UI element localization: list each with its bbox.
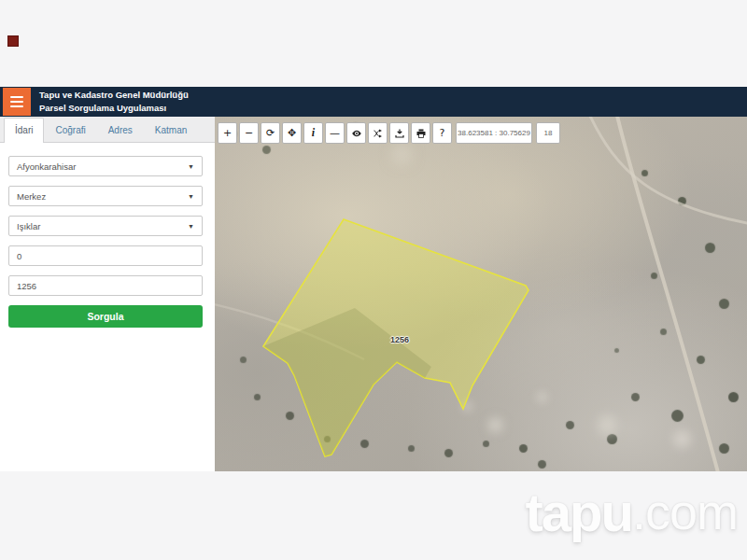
coordinates-display: 38.623581 : 30.75629 — [456, 122, 532, 144]
province-select[interactable]: Afyonkarahisar ▼ — [8, 156, 203, 176]
download-button[interactable] — [389, 122, 409, 144]
chevron-down-icon: ▼ — [188, 193, 194, 200]
province-select-value: Afyonkarahisar — [17, 161, 76, 172]
download-icon — [394, 128, 405, 139]
measure-button[interactable]: — — [325, 122, 345, 144]
sorgula-button[interactable]: Sorgula — [8, 305, 203, 328]
parcel-input[interactable] — [8, 275, 203, 296]
neighborhood-select-value: Işıklar — [17, 221, 40, 231]
map-overlay — [215, 117, 747, 471]
print-button[interactable] — [411, 122, 430, 144]
zoom-in-button[interactable]: + — [218, 122, 237, 144]
hamburger-icon — [10, 96, 23, 98]
tab-katman[interactable]: Katman — [144, 118, 198, 142]
watermark-suffix: .com — [632, 483, 738, 540]
dirt-track — [616, 117, 719, 471]
app-title: Tapu ve Kadastro Genel Müdürlüğü Parsel … — [39, 89, 189, 115]
app-title-line2: Parsel Sorgulama Uygulaması — [39, 102, 189, 115]
refresh-button[interactable]: ⟳ — [261, 122, 280, 144]
info-button[interactable]: i — [303, 122, 323, 144]
zoom-out-button[interactable]: − — [239, 122, 259, 144]
neighborhood-select[interactable]: Işıklar ▼ — [8, 216, 203, 236]
hamburger-menu-button[interactable] — [3, 88, 31, 116]
chevron-down-icon: ▼ — [188, 163, 194, 170]
parcel-query-app: Tapu ve Kadastro Genel Müdürlüğü Parsel … — [0, 87, 747, 471]
sidebar-tabs: İdari Coğrafi Adres Katman — [0, 117, 215, 143]
tab-cografi[interactable]: Coğrafi — [44, 118, 96, 142]
map-canvas[interactable]: 1256 + − ⟳ ✥ i — — [215, 117, 747, 471]
query-form: Afyonkarahisar ▼ Merkez ▼ Işıklar ▼ Sorg… — [0, 143, 215, 328]
help-button[interactable]: ? — [432, 122, 452, 144]
app-title-line1: Tapu ve Kadastro Genel Müdürlüğü — [39, 89, 189, 102]
shuffle-icon — [373, 128, 384, 139]
watermark-brand: tapu — [526, 481, 632, 543]
printer-icon — [416, 128, 427, 139]
pan-button[interactable]: ✥ — [282, 122, 302, 144]
eye-icon — [351, 128, 362, 139]
map-toolbar: + − ⟳ ✥ i — — [218, 122, 560, 144]
app-header: Tapu ve Kadastro Genel Müdürlüğü Parsel … — [0, 87, 747, 117]
district-select-value: Merkez — [17, 191, 46, 202]
swap-layers-button[interactable] — [368, 122, 388, 144]
block-input[interactable] — [8, 245, 203, 266]
tapu-com-watermark: tapu.com — [526, 474, 738, 549]
zoom-level-display: 18 — [536, 122, 560, 144]
sidebar: İdari Coğrafi Adres Katman Afyonkarahisa… — [0, 117, 215, 471]
district-select[interactable]: Merkez ▼ — [8, 186, 203, 206]
tab-adres[interactable]: Adres — [97, 118, 144, 142]
dirt-track — [588, 117, 747, 224]
chevron-down-icon: ▼ — [188, 223, 194, 230]
corner-marker — [7, 35, 19, 47]
tab-idari[interactable]: İdari — [4, 118, 44, 143]
info-icon: i — [312, 126, 315, 140]
visibility-button[interactable] — [346, 122, 366, 144]
